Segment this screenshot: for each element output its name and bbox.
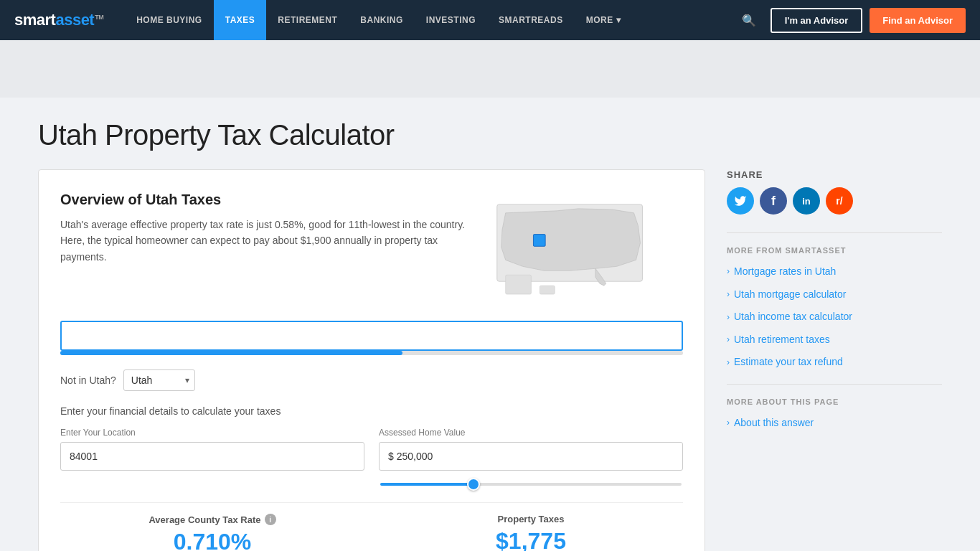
nav-banking[interactable]: BANKING	[349, 0, 415, 40]
nav-banking-link[interactable]: BANKING	[349, 0, 415, 40]
linkedin-icon: in	[802, 196, 811, 207]
share-facebook-button[interactable]: f	[760, 187, 787, 215]
banner-area	[0, 40, 980, 98]
search-icon[interactable]: 🔍	[735, 14, 763, 27]
location-field-label: Enter Your Location	[60, 428, 364, 438]
share-icons: f in r/	[727, 187, 942, 215]
nav-taxes-link[interactable]: TAXES	[214, 0, 267, 40]
chevron-icon: ›	[727, 311, 730, 324]
avg-tax-rate-value: 0.710%	[60, 529, 364, 551]
nav-more-link[interactable]: MORE	[575, 0, 632, 40]
results-row: Average County Tax Rate i 0.710% Propert…	[60, 502, 683, 551]
avg-tax-rate-info-icon[interactable]: i	[265, 514, 276, 525]
location-field[interactable]	[60, 442, 364, 471]
svg-rect-3	[540, 286, 555, 294]
sidebar-link-label: Utah income tax calculator	[734, 310, 852, 324]
sidebar: SHARE f in r/	[727, 169, 942, 445]
financial-details-label: Enter your financial details to calculat…	[60, 405, 683, 417]
nav-retirement-link[interactable]: RETIREMENT	[266, 0, 349, 40]
property-taxes-label: Property Taxes	[379, 514, 683, 524]
us-map-svg	[489, 192, 676, 303]
nav-home-buying-link[interactable]: HOME BUYING	[125, 0, 214, 40]
nav-home-buying[interactable]: HOME BUYING	[125, 0, 214, 40]
overview-description: Utah's average effective property tax ra…	[60, 217, 468, 265]
navbar: smartassetTM HOME BUYING TAXES RETIREMEN…	[0, 0, 980, 40]
sidebar-link-retirement-taxes[interactable]: › Utah retirement taxes	[727, 333, 942, 347]
share-label: SHARE	[727, 169, 942, 180]
find-advisor-button[interactable]: Find an Advisor	[870, 8, 966, 33]
nav-more[interactable]: MORE	[575, 0, 632, 40]
not-in-state-label: Not in Utah?	[60, 375, 116, 386]
inputs-row: Enter Your Location Assessed Home Value	[60, 428, 683, 488]
sidebar-link-about-answer[interactable]: › About this answer	[727, 416, 942, 430]
share-twitter-button[interactable]	[727, 187, 754, 215]
location-search-input[interactable]	[60, 321, 683, 351]
progress-bar-fill	[60, 351, 402, 355]
overview-section: Overview of Utah Taxes Utah's average ef…	[60, 192, 683, 303]
im-advisor-button[interactable]: I'm an Advisor	[771, 8, 863, 33]
avg-tax-rate-label: Average County Tax Rate i	[60, 514, 364, 525]
chevron-icon: ›	[727, 288, 730, 301]
sidebar-link-label: About this answer	[734, 416, 814, 430]
sidebar-link-label: Utah mortgage calculator	[734, 288, 846, 302]
sidebar-link-label: Estimate your tax refund	[734, 355, 843, 369]
more-from-title: MORE FROM SMARTASSET	[727, 246, 942, 255]
nav-investing-link[interactable]: INVESTING	[415, 0, 487, 40]
sidebar-link-tax-refund[interactable]: › Estimate your tax refund	[727, 355, 942, 369]
overview-map	[482, 192, 683, 303]
location-input-group: Enter Your Location	[60, 428, 364, 488]
svg-rect-1	[533, 235, 545, 247]
sidebar-link-label: Mortgage rates in Utah	[734, 265, 836, 279]
avg-tax-rate-result: Average County Tax Rate i 0.710%	[60, 514, 364, 551]
home-value-field[interactable]	[379, 442, 683, 471]
home-value-label: Assessed Home Value	[379, 428, 683, 438]
svg-rect-2	[506, 275, 532, 294]
chevron-icon: ›	[727, 334, 730, 346]
sidebar-link-mortgage-calc[interactable]: › Utah mortgage calculator	[727, 288, 942, 302]
logo-tm: TM	[95, 14, 103, 21]
not-in-state-row: Not in Utah? Utah Alabama Alaska Arizona…	[60, 369, 683, 391]
site-logo[interactable]: smartassetTM	[14, 11, 103, 29]
more-from-section: MORE FROM SMARTASSET › Mortgage rates in…	[727, 232, 942, 369]
content-layout: Overview of Utah Taxes Utah's average ef…	[38, 169, 942, 551]
slider-container	[379, 476, 683, 488]
overview-title: Overview of Utah Taxes	[60, 192, 468, 208]
facebook-icon: f	[771, 194, 776, 209]
nav-taxes[interactable]: TAXES	[214, 0, 267, 40]
nav-smartreads-link[interactable]: SMARTREADS	[487, 0, 575, 40]
logo-asset: asset	[55, 11, 94, 29]
nav-retirement[interactable]: RETIREMENT	[266, 0, 349, 40]
about-page-title: MORE ABOUT THIS PAGE	[727, 397, 942, 406]
share-reddit-button[interactable]: r/	[826, 187, 853, 215]
property-taxes-value: $1,775	[379, 528, 683, 551]
logo-smart: smart	[14, 11, 55, 29]
search-bar-container	[60, 321, 683, 355]
home-value-slider[interactable]	[380, 483, 682, 486]
main-container: Utah Property Tax Calculator Overview of…	[24, 98, 956, 551]
page-title: Utah Property Tax Calculator	[38, 119, 942, 151]
calculator-card: Overview of Utah Taxes Utah's average ef…	[38, 169, 705, 551]
share-section: SHARE f in r/	[727, 169, 942, 215]
nav-links: HOME BUYING TAXES RETIREMENT BANKING INV…	[125, 0, 734, 40]
chevron-icon: ›	[727, 417, 730, 429]
nav-investing[interactable]: INVESTING	[415, 0, 487, 40]
overview-text: Overview of Utah Taxes Utah's average ef…	[60, 192, 468, 303]
share-linkedin-button[interactable]: in	[793, 187, 820, 215]
home-value-input-group: Assessed Home Value	[379, 428, 683, 488]
chevron-icon: ›	[727, 265, 730, 278]
sidebar-link-income-tax[interactable]: › Utah income tax calculator	[727, 310, 942, 324]
property-taxes-result: Property Taxes $1,775	[379, 514, 683, 551]
chevron-icon: ›	[727, 357, 730, 369]
nav-buttons: I'm an Advisor Find an Advisor	[771, 8, 966, 33]
progress-bar-track	[60, 351, 683, 355]
state-select[interactable]: Utah Alabama Alaska Arizona California C…	[123, 369, 195, 391]
sidebar-link-mortgage-rates[interactable]: › Mortgage rates in Utah	[727, 265, 942, 279]
nav-smartreads[interactable]: SMARTREADS	[487, 0, 575, 40]
sidebar-link-label: Utah retirement taxes	[734, 333, 830, 347]
reddit-icon: r/	[836, 195, 842, 207]
twitter-icon	[734, 194, 747, 207]
state-select-wrapper: Utah Alabama Alaska Arizona California C…	[123, 369, 195, 391]
about-page-section: MORE ABOUT THIS PAGE › About this answer	[727, 384, 942, 430]
